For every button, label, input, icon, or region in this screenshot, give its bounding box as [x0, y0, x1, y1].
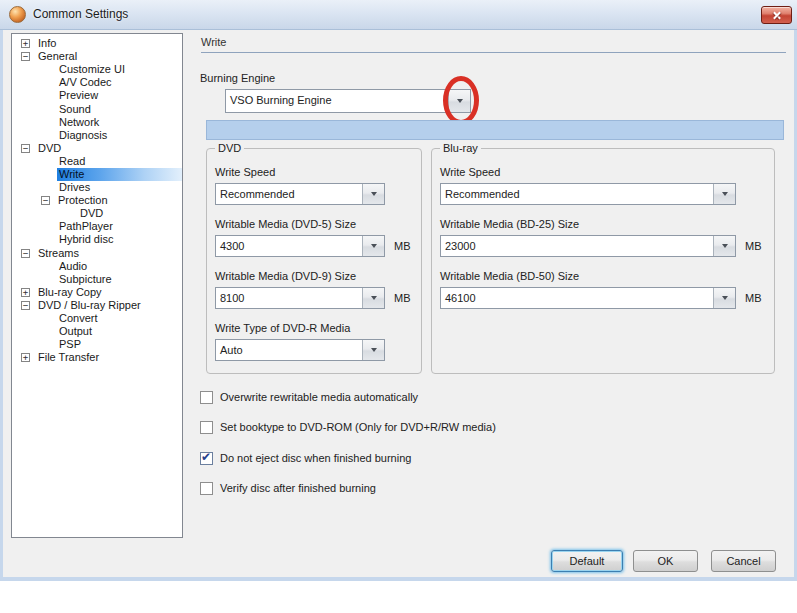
tree-item-output[interactable]: Output: [12, 325, 182, 338]
expand-icon[interactable]: +: [21, 39, 30, 48]
tree-item-read[interactable]: Read: [12, 155, 182, 168]
checkbox-overwrite-rewritable-media-automatically[interactable]: Overwrite rewritable media automatically: [200, 390, 418, 404]
tree-item-dvd[interactable]: −DVD: [12, 142, 182, 155]
checkbox-do-not-eject-disc-when-finished-burning[interactable]: ✔Do not eject disc when finished burning: [200, 451, 411, 465]
tree-item-streams[interactable]: −Streams: [12, 247, 182, 260]
tree-item-audio[interactable]: Audio: [12, 260, 182, 273]
tree-item-dvd[interactable]: DVD: [12, 207, 182, 220]
unit-label: MB: [745, 240, 762, 252]
tree-item-label: Network: [57, 116, 101, 129]
collapse-icon[interactable]: −: [21, 249, 30, 258]
write-speed-combo[interactable]: Recommended: [215, 183, 385, 205]
write-speed-combo[interactable]: Recommended: [440, 183, 736, 205]
tree-item-write[interactable]: Write: [12, 168, 182, 181]
checkbox-label: Do not eject disc when finished burning: [220, 452, 411, 464]
dvd-group: DVD Write SpeedRecommendedWritable Media…: [206, 148, 422, 374]
checkbox-label: Set booktype to DVD-ROM (Only for DVD+R/…: [220, 421, 496, 433]
dropdown-arrow-icon: [371, 348, 377, 352]
checkbox-set-booktype-to-dvd-rom-only-for-dvd-r-rw-media[interactable]: Set booktype to DVD-ROM (Only for DVD+R/…: [200, 420, 496, 434]
tree-item-label: Hybrid disc: [57, 233, 115, 246]
tree-item-file-transfer[interactable]: +File Transfer: [12, 351, 182, 364]
tree-item-convert[interactable]: Convert: [12, 312, 182, 325]
tree-item-label: File Transfer: [36, 351, 101, 364]
tree-item-dvd-blu-ray-ripper[interactable]: −DVD / Blu-ray Ripper: [12, 299, 182, 312]
checkbox-box[interactable]: ✔: [200, 452, 213, 465]
burning-engine-combo[interactable]: VSO Burning Engine: [225, 89, 471, 113]
tree-item-network[interactable]: Network: [12, 116, 182, 129]
write-type-of-dvd-r-media-combo[interactable]: Auto: [215, 339, 385, 361]
default-button[interactable]: Default: [551, 550, 623, 572]
writable-media-bd-25-size-combo[interactable]: 23000: [440, 235, 736, 257]
combo-dropdown-button[interactable]: [362, 184, 384, 204]
tree-item-label: PSP: [57, 338, 83, 351]
tree-item-hybrid-disc[interactable]: Hybrid disc: [12, 233, 182, 246]
checkbox-verify-disc-after-finished-burning[interactable]: Verify disc after finished burning: [200, 481, 376, 495]
expand-icon[interactable]: +: [21, 353, 30, 362]
write-speed-row: Recommended: [215, 183, 413, 205]
combo-dropdown-button[interactable]: [713, 184, 735, 204]
tree-item-protection[interactable]: −Protection: [12, 194, 182, 207]
tree-item-drives[interactable]: Drives: [12, 181, 182, 194]
dropdown-arrow-icon: [371, 192, 377, 196]
settings-tree: +Info−GeneralCustomize UIA/V CodecPrevie…: [11, 33, 183, 538]
tree-item-label: Preview: [57, 89, 100, 102]
checkbox-box[interactable]: [200, 391, 213, 404]
tree-item-preview[interactable]: Preview: [12, 89, 182, 102]
writable-media-dvd-9-size-row: 8100MB: [215, 287, 413, 309]
dvd-group-fields: Write SpeedRecommendedWritable Media (DV…: [215, 166, 413, 361]
writable-media-bd-50-size-combo[interactable]: 46100: [440, 287, 736, 309]
tree-item-label: A/V Codec: [57, 76, 114, 89]
write-speed-label: Write Speed: [215, 166, 413, 178]
tree-item-pathplayer[interactable]: PathPlayer: [12, 220, 182, 233]
title-bar[interactable]: Common Settings: [0, 0, 797, 30]
tree-item-diagnosis[interactable]: Diagnosis: [12, 129, 182, 142]
collapse-icon[interactable]: −: [21, 301, 30, 310]
checkbox-label: Overwrite rewritable media automatically: [220, 391, 418, 403]
dropdown-arrow-icon: [371, 296, 377, 300]
tree-item-label: DVD: [78, 207, 105, 220]
tree-item-general[interactable]: −General: [12, 50, 182, 63]
tree-item-a-v-codec[interactable]: A/V Codec: [12, 76, 182, 89]
tree-item-psp[interactable]: PSP: [12, 338, 182, 351]
tree-item-label: Protection: [56, 194, 110, 207]
burning-engine-dropdown-button[interactable]: [448, 90, 470, 112]
tree-item-subpicture[interactable]: Subpicture: [12, 273, 182, 286]
ok-button[interactable]: OK: [633, 550, 698, 572]
collapse-icon[interactable]: −: [21, 144, 30, 153]
collapse-icon[interactable]: −: [41, 196, 50, 205]
tree-item-customize-ui[interactable]: Customize UI: [12, 63, 182, 76]
write-type-of-dvd-r-media-row: Auto: [215, 339, 413, 361]
header-separator: [201, 52, 786, 53]
writable-media-dvd-9-size-combo[interactable]: 8100: [215, 287, 385, 309]
expand-icon[interactable]: +: [21, 288, 30, 297]
combo-dropdown-button[interactable]: [362, 236, 384, 256]
combo-value: 46100: [441, 288, 713, 308]
tree-item-label: Info: [36, 37, 58, 50]
page-title: Write: [201, 36, 226, 48]
engine-highlight-bar: [206, 120, 784, 140]
combo-dropdown-button[interactable]: [362, 340, 384, 360]
combo-value: 23000: [441, 236, 713, 256]
combo-value: Recommended: [216, 184, 362, 204]
checkbox-box[interactable]: [200, 482, 213, 495]
writable-media-bd-25-size-label: Writable Media (BD-25) Size: [440, 218, 766, 230]
tree-item-label: Write: [57, 168, 182, 181]
tree-item-info[interactable]: +Info: [12, 37, 182, 50]
combo-dropdown-button[interactable]: [362, 288, 384, 308]
tree-item-sound[interactable]: Sound: [12, 102, 182, 115]
checkbox-box[interactable]: [200, 421, 213, 434]
app-icon: [9, 6, 26, 23]
checkbox-label: Verify disc after finished burning: [220, 482, 376, 494]
collapse-icon[interactable]: −: [21, 52, 30, 61]
cancel-button[interactable]: Cancel: [711, 550, 776, 572]
close-button[interactable]: [761, 6, 792, 24]
tree-item-label: Output: [57, 325, 94, 338]
combo-value: Auto: [216, 340, 362, 360]
tree-item-label: DVD / Blu-ray Ripper: [36, 299, 143, 312]
tree-item-blu-ray-copy[interactable]: +Blu-ray Copy: [12, 286, 182, 299]
tree-item-label: Read: [57, 155, 87, 168]
tree-item-label: Audio: [57, 260, 89, 273]
writable-media-dvd-5-size-combo[interactable]: 4300: [215, 235, 385, 257]
combo-dropdown-button[interactable]: [713, 288, 735, 308]
combo-dropdown-button[interactable]: [713, 236, 735, 256]
